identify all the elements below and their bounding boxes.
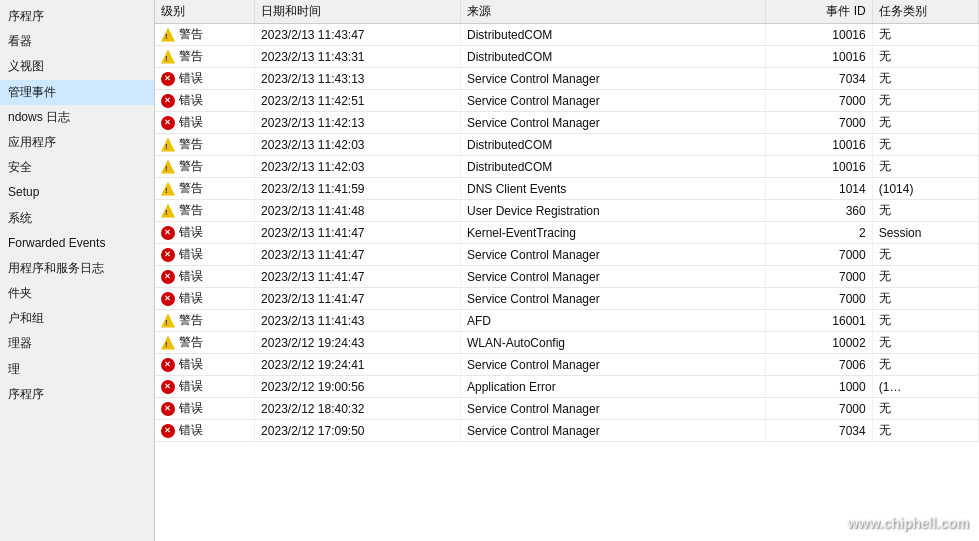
- warn-icon: [161, 138, 175, 152]
- sidebar-item-3[interactable]: 管理事件: [0, 80, 154, 105]
- table-row[interactable]: 警告2023/2/13 11:42:03DistributedCOM10016无: [155, 156, 979, 178]
- table-row[interactable]: 错误2023/2/12 18:40:32Service Control Mana…: [155, 398, 979, 420]
- table-row[interactable]: 错误2023/2/13 11:43:13Service Control Mana…: [155, 68, 979, 90]
- warn-icon: [161, 28, 175, 42]
- cell-taskcat-2: 无: [872, 68, 978, 90]
- table-body: 警告2023/2/13 11:43:47DistributedCOM10016无…: [155, 24, 979, 442]
- level-text: 警告: [179, 26, 203, 43]
- cell-taskcat-6: 无: [872, 156, 978, 178]
- cell-eventid-12: 7000: [766, 288, 872, 310]
- level-text: 错误: [179, 246, 203, 263]
- sidebar: 序程序看器义视图管理事件ndows 日志应用程序安全Setup系统Forward…: [0, 0, 155, 541]
- table-row[interactable]: 错误2023/2/13 11:41:47Service Control Mana…: [155, 288, 979, 310]
- cell-source-10: Service Control Manager: [460, 244, 765, 266]
- cell-eventid-7: 1014: [766, 178, 872, 200]
- table-row[interactable]: 警告2023/2/13 11:43:31DistributedCOM10016无: [155, 46, 979, 68]
- sidebar-item-5[interactable]: 应用程序: [0, 130, 154, 155]
- cell-source-15: Service Control Manager: [460, 354, 765, 376]
- sidebar-item-15[interactable]: 序程序: [0, 382, 154, 407]
- cell-level-1: 警告: [155, 46, 255, 68]
- cell-eventid-9: 2: [766, 222, 872, 244]
- sidebar-item-10[interactable]: 用程序和服务日志: [0, 256, 154, 281]
- sidebar-item-8[interactable]: 系统: [0, 206, 154, 231]
- warn-icon: [161, 336, 175, 350]
- sidebar-item-7[interactable]: Setup: [0, 180, 154, 205]
- table-row[interactable]: 错误2023/2/13 11:42:51Service Control Mana…: [155, 90, 979, 112]
- cell-datetime-12: 2023/2/13 11:41:47: [255, 288, 461, 310]
- cell-datetime-10: 2023/2/13 11:41:47: [255, 244, 461, 266]
- cell-source-1: DistributedCOM: [460, 46, 765, 68]
- cell-level-7: 警告: [155, 178, 255, 200]
- cell-taskcat-11: 无: [872, 266, 978, 288]
- cell-datetime-2: 2023/2/13 11:43:13: [255, 68, 461, 90]
- col-header-datetime: 日期和时间: [255, 0, 461, 24]
- table-row[interactable]: 警告2023/2/13 11:42:03DistributedCOM10016无: [155, 134, 979, 156]
- cell-eventid-6: 10016: [766, 156, 872, 178]
- cell-eventid-15: 7006: [766, 354, 872, 376]
- cell-datetime-3: 2023/2/13 11:42:51: [255, 90, 461, 112]
- table-row[interactable]: 错误2023/2/12 19:24:41Service Control Mana…: [155, 354, 979, 376]
- level-text: 错误: [179, 114, 203, 131]
- cell-level-8: 警告: [155, 200, 255, 222]
- table-row[interactable]: 警告2023/2/13 11:43:47DistributedCOM10016无: [155, 24, 979, 46]
- cell-source-4: Service Control Manager: [460, 112, 765, 134]
- sidebar-item-13[interactable]: 理器: [0, 331, 154, 356]
- sidebar-item-1[interactable]: 看器: [0, 29, 154, 54]
- table-row[interactable]: 警告2023/2/12 19:24:43WLAN-AutoConfig10002…: [155, 332, 979, 354]
- cell-datetime-13: 2023/2/13 11:41:43: [255, 310, 461, 332]
- main-content: 级别 日期和时间 来源 事件 ID 任务类别 警告2023/2/13 11:43…: [155, 0, 979, 541]
- cell-level-2: 错误: [155, 68, 255, 90]
- error-icon: [161, 358, 175, 372]
- cell-source-0: DistributedCOM: [460, 24, 765, 46]
- cell-taskcat-12: 无: [872, 288, 978, 310]
- level-text: 警告: [179, 180, 203, 197]
- sidebar-item-11[interactable]: 件夹: [0, 281, 154, 306]
- error-icon: [161, 248, 175, 262]
- cell-taskcat-4: 无: [872, 112, 978, 134]
- cell-source-18: Service Control Manager: [460, 420, 765, 442]
- cell-taskcat-1: 无: [872, 46, 978, 68]
- error-icon: [161, 226, 175, 240]
- sidebar-item-6[interactable]: 安全: [0, 155, 154, 180]
- table-row[interactable]: 警告2023/2/13 11:41:59DNS Client Events101…: [155, 178, 979, 200]
- cell-source-14: WLAN-AutoConfig: [460, 332, 765, 354]
- table-row[interactable]: 错误2023/2/12 17:09:50Service Control Mana…: [155, 420, 979, 442]
- cell-taskcat-16: (1…: [872, 376, 978, 398]
- sidebar-item-12[interactable]: 户和组: [0, 306, 154, 331]
- level-text: 警告: [179, 312, 203, 329]
- event-table-container[interactable]: 级别 日期和时间 来源 事件 ID 任务类别 警告2023/2/13 11:43…: [155, 0, 979, 541]
- level-text: 警告: [179, 202, 203, 219]
- cell-level-16: 错误: [155, 376, 255, 398]
- cell-eventid-14: 10002: [766, 332, 872, 354]
- cell-datetime-16: 2023/2/12 19:00:56: [255, 376, 461, 398]
- table-row[interactable]: 错误2023/2/13 11:42:13Service Control Mana…: [155, 112, 979, 134]
- cell-level-11: 错误: [155, 266, 255, 288]
- cell-taskcat-10: 无: [872, 244, 978, 266]
- cell-eventid-3: 7000: [766, 90, 872, 112]
- table-row[interactable]: 警告2023/2/13 11:41:43AFD16001无: [155, 310, 979, 332]
- cell-eventid-2: 7034: [766, 68, 872, 90]
- cell-source-11: Service Control Manager: [460, 266, 765, 288]
- level-text: 错误: [179, 290, 203, 307]
- cell-level-17: 错误: [155, 398, 255, 420]
- cell-eventid-8: 360: [766, 200, 872, 222]
- cell-source-12: Service Control Manager: [460, 288, 765, 310]
- error-icon: [161, 116, 175, 130]
- sidebar-item-14[interactable]: 理: [0, 357, 154, 382]
- sidebar-item-9[interactable]: Forwarded Events: [0, 231, 154, 256]
- table-row[interactable]: 错误2023/2/13 11:41:47Service Control Mana…: [155, 244, 979, 266]
- level-text: 警告: [179, 334, 203, 351]
- sidebar-item-0[interactable]: 序程序: [0, 4, 154, 29]
- cell-level-3: 错误: [155, 90, 255, 112]
- sidebar-item-4[interactable]: ndows 日志: [0, 105, 154, 130]
- table-row[interactable]: 错误2023/2/12 19:00:56Application Error100…: [155, 376, 979, 398]
- table-row[interactable]: 警告2023/2/13 11:41:48User Device Registra…: [155, 200, 979, 222]
- sidebar-item-2[interactable]: 义视图: [0, 54, 154, 79]
- table-row[interactable]: 错误2023/2/13 11:41:47Service Control Mana…: [155, 266, 979, 288]
- cell-level-6: 警告: [155, 156, 255, 178]
- level-text: 警告: [179, 48, 203, 65]
- cell-datetime-11: 2023/2/13 11:41:47: [255, 266, 461, 288]
- table-row[interactable]: 错误2023/2/13 11:41:47Kernel-EventTracing2…: [155, 222, 979, 244]
- level-text: 错误: [179, 378, 203, 395]
- cell-level-14: 警告: [155, 332, 255, 354]
